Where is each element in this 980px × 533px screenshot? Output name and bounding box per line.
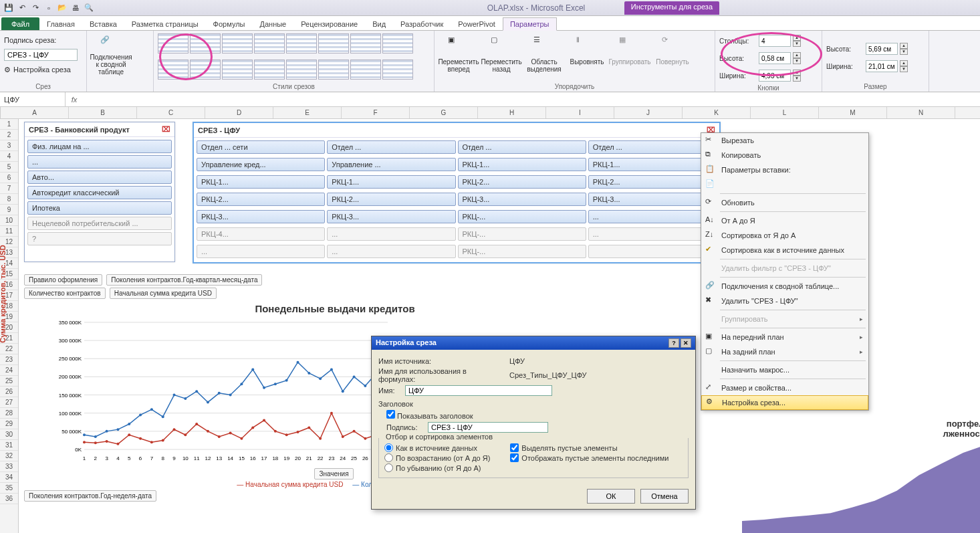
send-back-button[interactable]: ▢Переместить назад xyxy=(481,33,521,78)
tab-insert[interactable]: Вставка xyxy=(82,17,124,30)
tab-powerpivot[interactable]: PowerPivot xyxy=(451,17,503,30)
row-header[interactable]: 31 xyxy=(0,440,18,451)
ctx-delete[interactable]: ✖Удалить "СРЕЗ - ЦФУ" xyxy=(701,294,868,308)
slicer-item[interactable]: Отдел ... xyxy=(458,140,586,154)
pivot-connections-button[interactable]: 🔗 Подключения к сводной таблице xyxy=(91,33,131,78)
style-swatch[interactable] xyxy=(158,60,189,80)
filter-pill[interactable]: Поколения контрактов.Год-квартал-месяц-д… xyxy=(106,274,262,286)
row-header[interactable]: 5 xyxy=(0,162,18,173)
tab-formulas[interactable]: Формулы xyxy=(206,17,253,30)
button-height-input[interactable] xyxy=(759,52,791,64)
slicer-item[interactable]: ... xyxy=(588,227,717,241)
column-header[interactable]: O xyxy=(955,107,980,118)
slicer-item[interactable]: РКЦ-2... xyxy=(588,175,717,189)
value-pill[interactable]: Начальная сумма кредита USD xyxy=(110,288,217,299)
slicer-item[interactable]: Управление кред... xyxy=(197,158,325,171)
slicer-item[interactable]: Нецелевой потребительский ... xyxy=(27,217,172,230)
slicer-item[interactable]: ... xyxy=(197,245,325,258)
name-input[interactable] xyxy=(405,385,552,396)
ctx-connections[interactable]: 🔗Подключения к сводной таблице... xyxy=(701,279,868,294)
slicer-item[interactable]: Физ. лицам на ... xyxy=(27,140,172,153)
slicer-item[interactable]: Авто... xyxy=(27,171,172,184)
ctx-assign-macro[interactable]: Назначить макрос... xyxy=(701,362,868,377)
row-header[interactable]: 36 xyxy=(0,494,18,504)
spinner[interactable]: ▲▼ xyxy=(793,52,801,64)
tab-data[interactable]: Данные xyxy=(252,17,293,30)
row-header[interactable]: 30 xyxy=(0,429,18,440)
column-header[interactable]: B xyxy=(69,107,137,118)
style-swatch[interactable] xyxy=(222,60,253,80)
style-swatch[interactable] xyxy=(350,33,381,54)
row-header[interactable]: 23 xyxy=(0,354,18,365)
column-header[interactable]: C xyxy=(137,107,205,118)
tab-file[interactable]: Файл xyxy=(1,17,39,30)
row-header[interactable]: 29 xyxy=(0,419,18,429)
row-header[interactable]: 26 xyxy=(0,387,18,397)
slicer-item[interactable]: РКЦ-4... xyxy=(197,227,325,241)
slicer-item[interactable]: РКЦ-3... xyxy=(588,193,717,206)
caption-input[interactable] xyxy=(428,422,548,433)
style-swatch[interactable] xyxy=(318,60,349,80)
ctx-bring-front[interactable]: ▣На передний план▸ xyxy=(701,330,868,344)
column-header[interactable]: M xyxy=(819,107,887,118)
ctx-copy[interactable]: ⧉Копировать xyxy=(701,148,868,163)
slicer-item[interactable]: Управление ... xyxy=(327,158,455,171)
row-header[interactable]: 25 xyxy=(0,376,18,387)
slicer-styles-gallery-row2[interactable] xyxy=(158,60,413,80)
column-header[interactable]: I xyxy=(546,107,614,118)
slicer-item[interactable]: РКЦ-... xyxy=(458,245,586,258)
column-header[interactable]: H xyxy=(478,107,546,118)
ctx-refresh[interactable]: ⟳Обновить xyxy=(701,195,868,210)
close-button[interactable]: ✕ xyxy=(681,338,691,348)
row-header[interactable]: 33 xyxy=(0,461,18,472)
column-header[interactable]: L xyxy=(751,107,819,118)
selection-pane-button[interactable]: ☰Область выделения xyxy=(524,33,564,78)
new-icon[interactable]: ▫ xyxy=(43,2,55,14)
spinner[interactable]: ▲▼ xyxy=(793,70,801,82)
column-header[interactable]: N xyxy=(887,107,955,118)
ctx-sort-source[interactable]: ✔Сортировка как в источнике данных xyxy=(701,243,868,257)
tab-options[interactable]: Параметры xyxy=(503,17,557,31)
save-icon[interactable]: 💾 xyxy=(3,2,15,14)
tab-page-layout[interactable]: Разметка страницы xyxy=(124,17,206,30)
size-height-input[interactable] xyxy=(866,43,898,55)
print-icon[interactable]: 🖶 xyxy=(70,2,82,14)
tab-view[interactable]: Вид xyxy=(365,17,393,30)
redo-icon[interactable]: ↷ xyxy=(29,2,41,14)
slicer-caption-input[interactable] xyxy=(4,49,78,61)
cancel-button[interactable]: Отмена xyxy=(640,489,689,504)
style-swatch[interactable] xyxy=(382,33,413,54)
column-header[interactable]: E xyxy=(273,107,342,118)
style-swatch[interactable] xyxy=(286,60,317,80)
radio-ascending[interactable]: По возрастанию (от А до Я) xyxy=(384,453,490,462)
ctx-slicer-settings[interactable]: ⚙Настройка среза... xyxy=(701,395,868,410)
size-width-input[interactable] xyxy=(866,60,898,72)
slicer-cfu[interactable]: СРЕЗ - ЦФУ⌧ Отдел ... сетиОтдел ...Отдел… xyxy=(193,122,721,263)
checkbox-empty-last[interactable]: Отображать пустые элементы последними xyxy=(510,453,668,462)
undo-icon[interactable]: ↶ xyxy=(16,2,28,14)
clear-filter-icon[interactable]: ⌧ xyxy=(162,125,170,134)
open-icon[interactable]: 📂 xyxy=(56,2,68,14)
ctx-sort-az[interactable]: A↓От А до Я xyxy=(701,213,868,228)
bring-forward-button[interactable]: ▣Переместить вперед xyxy=(439,33,479,78)
spinner[interactable]: ▲▼ xyxy=(900,43,908,55)
column-header[interactable]: D xyxy=(205,107,273,118)
style-swatch[interactable] xyxy=(350,60,381,80)
row-header[interactable]: 10 xyxy=(0,215,18,226)
slicer-item[interactable]: РКЦ-... xyxy=(458,227,586,241)
group-button[interactable]: ▦Группировать xyxy=(610,33,650,78)
tab-review[interactable]: Рецензирование xyxy=(293,17,365,30)
row-header[interactable]: 7 xyxy=(0,183,18,194)
style-swatch[interactable] xyxy=(190,60,221,80)
slicer-item[interactable]: РКЦ-2... xyxy=(197,193,325,206)
style-swatch[interactable] xyxy=(158,33,189,54)
row-header[interactable]: 9 xyxy=(0,205,18,215)
button-width-input[interactable] xyxy=(759,70,791,82)
style-swatch[interactable] xyxy=(254,60,285,80)
column-header[interactable]: F xyxy=(342,107,410,118)
slicer-item[interactable]: РКЦ-2... xyxy=(458,175,586,189)
row-header[interactable]: 3 xyxy=(0,140,18,151)
ctx-send-back[interactable]: ▢На задний план▸ xyxy=(701,344,868,359)
fx-icon[interactable]: fx xyxy=(66,96,83,104)
slicer-item[interactable]: ... xyxy=(27,155,172,169)
